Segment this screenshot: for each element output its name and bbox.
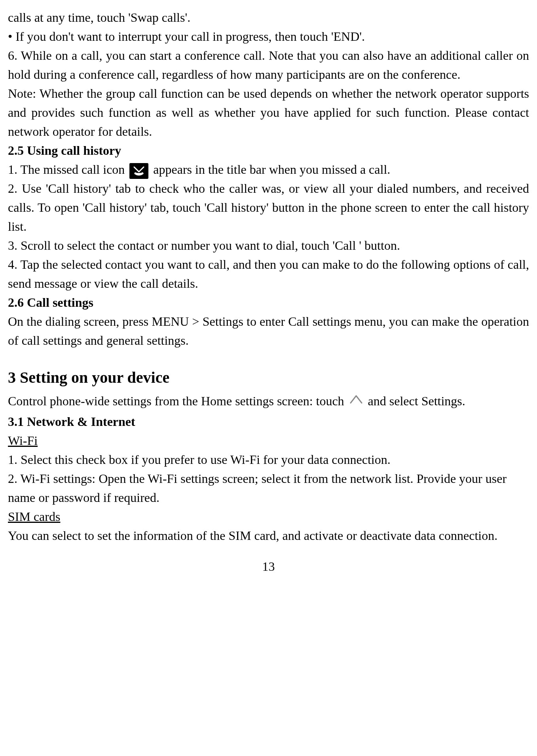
paragraph-call-history-tab: 2. Use 'Call history' tab to check who t… [8, 179, 529, 236]
paragraph-conference-call: 6. While on a call, you can start a conf… [8, 46, 529, 84]
heading-3-1: 3.1 Network & Internet [8, 412, 529, 431]
paragraph-end-call: • If you don't want to interrupt your ca… [8, 27, 529, 46]
heading-2-5: 2.5 Using call history [8, 141, 529, 160]
text-missed-call-a: 1. The missed call icon [8, 162, 128, 177]
paragraph-wifi-settings: 2. Wi-Fi settings: Open the Wi-Fi settin… [8, 469, 529, 507]
subheading-sim-cards: SIM cards [8, 507, 529, 526]
text-home-settings-b: and select Settings. [368, 394, 465, 408]
paragraph-home-settings: Control phone-wide settings from the Hom… [8, 391, 529, 412]
paragraph-scroll-select: 3. Scroll to select the contact or numbe… [8, 236, 529, 255]
heading-3: 3 Setting on your device [8, 366, 529, 389]
paragraph-tap-contact: 4. Tap the selected contact you want to … [8, 255, 529, 293]
missed-call-icon [129, 163, 148, 179]
paragraph-call-settings-menu: On the dialing screen, press MENU > Sett… [8, 312, 529, 350]
page-number: 13 [8, 557, 529, 576]
up-caret-icon [349, 393, 363, 412]
text-missed-call-b: appears in the title bar when you missed… [153, 162, 390, 177]
paragraph-missed-call-icon: 1. The missed call icon appears in the t… [8, 160, 529, 179]
subheading-wifi: Wi-Fi [8, 431, 529, 450]
text-home-settings-a: Control phone-wide settings from the Hom… [8, 394, 347, 408]
paragraph-wifi-checkbox: 1. Select this check box if you prefer t… [8, 450, 529, 469]
heading-2-6: 2.6 Call settings [8, 293, 529, 312]
paragraph-group-call-note: Note: Whether the group call function ca… [8, 84, 529, 141]
paragraph-swap-calls: calls at any time, touch 'Swap calls'. [8, 8, 529, 27]
paragraph-sim-info: You can select to set the information of… [8, 526, 529, 545]
